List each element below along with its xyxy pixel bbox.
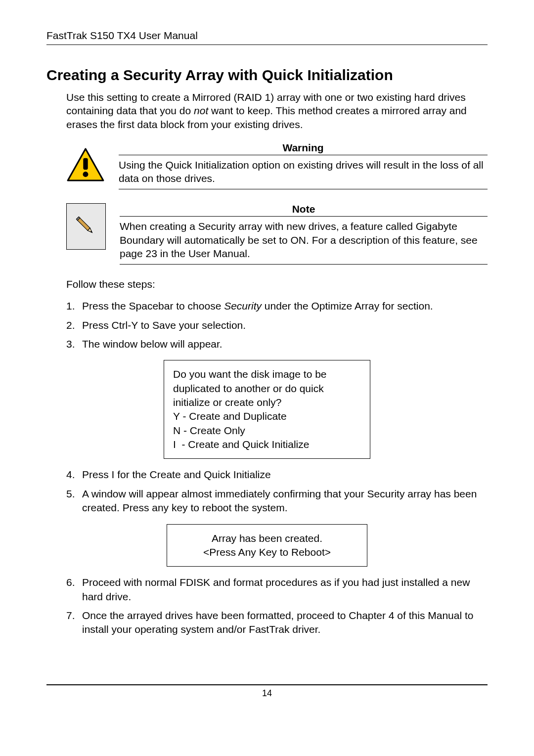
note-callout: Note When creating a Security array with…: [66, 203, 488, 265]
step-6: 6. Proceed with normal FDISK and format …: [66, 576, 488, 604]
pencil-icon: [66, 203, 106, 250]
page-header: FastTrak S150 TX4 User Manual: [46, 30, 488, 45]
step-num: 1.: [66, 299, 82, 313]
step-num: 5.: [66, 487, 82, 501]
svg-point-2: [83, 172, 89, 177]
svg-rect-3: [77, 218, 90, 230]
step-num: 4.: [66, 468, 82, 482]
prompt-question: Do you want the disk image to be duplica…: [173, 367, 361, 409]
step-5: 5. A window will appear almost immediate…: [66, 487, 488, 515]
intro-paragraph: Use this setting to create a Mirrored (R…: [66, 90, 488, 131]
step-1: 1. Press the Spacebar to choose Security…: [66, 299, 488, 313]
step-text: Press Ctrl-Y to Save your selection.: [82, 318, 488, 332]
step-text: Press I for the Create and Quick Initial…: [82, 468, 488, 482]
prompt-option-n: N - Create Only: [173, 424, 361, 438]
step-1-pre: Press the Spacebar to choose: [82, 300, 224, 311]
steps-list: 1. Press the Spacebar to choose Security…: [66, 299, 488, 351]
step-text: Proceed with normal FDISK and format pro…: [82, 576, 488, 604]
intro-italic: not: [194, 105, 208, 116]
steps-list-cont-2: 6. Proceed with normal FDISK and format …: [66, 576, 488, 636]
step-7: 7. Once the arrayed drives have been for…: [66, 609, 488, 637]
step-1-post: under the Optimize Array for section.: [262, 300, 433, 311]
step-1-italic: Security: [224, 300, 262, 311]
step-4: 4. Press I for the Create and Quick Init…: [66, 468, 488, 482]
step-2: 2. Press Ctrl-Y to Save your selection.: [66, 318, 488, 332]
prompt-dialog-2: Array has been created. <Press Any Key t…: [167, 524, 367, 567]
note-label: Note: [120, 203, 488, 217]
warning-triangle-icon: [66, 142, 105, 187]
warning-label: Warning: [119, 142, 488, 155]
step-text: A window will appear almost immediately …: [82, 487, 488, 515]
step-num: 6.: [66, 576, 82, 589]
svg-rect-1: [83, 158, 88, 170]
prompt-option-i: I - Create and Quick Initialize: [173, 438, 361, 451]
prompt2-line2: <Press Any Key to Reboot>: [178, 545, 356, 559]
prompt-option-y: Y - Create and Duplicate: [173, 409, 361, 423]
prompt2-line1: Array has been created.: [178, 532, 356, 545]
section-heading: Creating a Security Array with Quick Ini…: [46, 67, 488, 84]
step-num: 3.: [66, 337, 82, 351]
step-3: 3. The window below will appear.: [66, 337, 488, 351]
prompt-dialog-1: Do you want the disk image to be duplica…: [164, 360, 370, 459]
warning-text: Using the Quick Initialization option on…: [119, 158, 488, 190]
step-num: 7.: [66, 609, 82, 623]
page-number: 14: [0, 685, 534, 699]
steps-list-cont-1: 4. Press I for the Create and Quick Init…: [66, 468, 488, 515]
warning-callout: Warning Using the Quick Initialization o…: [66, 142, 488, 190]
note-text: When creating a Security array with new …: [120, 220, 488, 265]
follow-steps-label: Follow these steps:: [66, 278, 488, 290]
step-num: 2.: [66, 318, 82, 332]
step-text: The window below will appear.: [82, 337, 488, 351]
step-text: Once the arrayed drives have been format…: [82, 609, 488, 637]
